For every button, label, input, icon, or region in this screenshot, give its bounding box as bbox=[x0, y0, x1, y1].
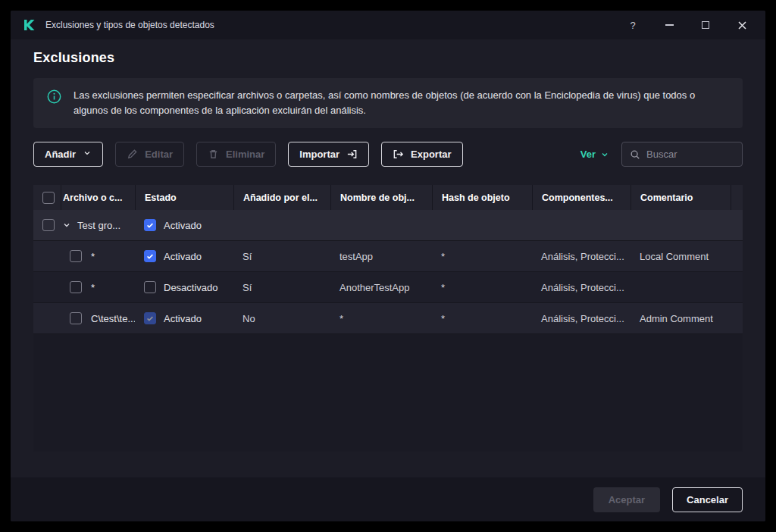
cell-hash: * bbox=[432, 272, 532, 302]
table-header-file: Archivo o c... bbox=[61, 185, 135, 210]
chevron-down-icon bbox=[83, 149, 92, 160]
edit-button-label: Editar bbox=[145, 149, 173, 160]
cell-object-name: AnotherTestApp bbox=[330, 272, 432, 302]
pencil-icon bbox=[127, 149, 138, 160]
select-all-checkbox[interactable] bbox=[42, 192, 55, 204]
table-header-object-name: Nombre de obj... bbox=[330, 185, 432, 210]
search-icon bbox=[630, 149, 640, 160]
footer-bar: Aceptar Cancelar bbox=[11, 477, 765, 521]
add-button-label: Añadir bbox=[45, 149, 76, 160]
page-title: Exclusiones bbox=[33, 50, 743, 66]
info-text: Las exclusiones permiten especificar arc… bbox=[74, 88, 729, 118]
info-icon bbox=[47, 89, 61, 107]
chevron-down-icon bbox=[600, 150, 609, 159]
import-icon bbox=[346, 149, 358, 160]
minimize-icon bbox=[665, 24, 674, 26]
cell-object-name: testApp bbox=[330, 241, 432, 271]
row-status-checkbox[interactable] bbox=[144, 281, 156, 293]
search-box[interactable] bbox=[621, 142, 743, 167]
maximize-button[interactable] bbox=[693, 14, 718, 36]
row-select-checkbox[interactable] bbox=[70, 281, 82, 293]
edit-button[interactable]: Editar bbox=[115, 142, 184, 167]
table-header-comment: Comentario bbox=[630, 185, 731, 210]
trash-icon bbox=[208, 149, 219, 160]
content-area: Exclusiones Las exclusiones permiten esp… bbox=[11, 39, 765, 477]
cell-comment: Admin Comment bbox=[630, 303, 731, 333]
cell-object-name: * bbox=[330, 303, 432, 333]
table-group-row[interactable]: Test gro... Activado bbox=[33, 210, 743, 241]
toolbar: Añadir Editar Eliminar Importar Exportar bbox=[33, 142, 743, 167]
cell-components: Análisis, Protecci... bbox=[532, 272, 630, 302]
help-button[interactable]: ? bbox=[620, 14, 646, 36]
table-header-added-by: Añadido por el... bbox=[233, 185, 330, 210]
view-dropdown[interactable]: Ver bbox=[580, 149, 609, 160]
table-header-select bbox=[33, 185, 61, 210]
row-select-checkbox[interactable] bbox=[42, 219, 55, 231]
close-icon bbox=[738, 21, 746, 30]
cell-status-label: Activado bbox=[164, 313, 202, 324]
maximize-icon bbox=[702, 21, 709, 29]
window-title: Exclusiones y tipos de objetos detectado… bbox=[45, 20, 214, 30]
row-status-checkbox[interactable] bbox=[144, 312, 156, 324]
cancel-button[interactable]: Cancelar bbox=[672, 487, 743, 512]
table-row[interactable]: * Desactivado Sí AnotherTestApp * Anális… bbox=[33, 272, 743, 303]
group-name: Test gro... bbox=[77, 220, 120, 231]
import-button-label: Importar bbox=[299, 149, 340, 160]
view-dropdown-label: Ver bbox=[580, 149, 596, 160]
row-select-checkbox[interactable] bbox=[70, 312, 82, 324]
row-select-checkbox[interactable] bbox=[70, 250, 82, 262]
titlebar: Exclusiones y tipos de objetos detectado… bbox=[11, 11, 765, 39]
cell-added-by: Sí bbox=[233, 241, 330, 271]
delete-button-label: Eliminar bbox=[226, 149, 264, 160]
cell-status-label: Desactivado bbox=[164, 282, 218, 293]
cell-hash: * bbox=[432, 303, 532, 333]
cell-components: Análisis, Protecci... bbox=[532, 241, 630, 271]
cell-file: * bbox=[86, 241, 135, 271]
accept-button[interactable]: Aceptar bbox=[593, 487, 660, 512]
group-expand-chevron-icon[interactable] bbox=[62, 221, 71, 230]
row-status-checkbox[interactable] bbox=[144, 250, 156, 262]
cell-comment: Local Comment bbox=[630, 241, 731, 271]
delete-button[interactable]: Eliminar bbox=[196, 142, 276, 167]
cell-file: * bbox=[86, 272, 135, 302]
table-row[interactable]: * Activado Sí testApp * Análisis, Protec… bbox=[33, 241, 743, 272]
cell-status-label: Activado bbox=[164, 251, 202, 262]
table-header-spacer bbox=[731, 185, 743, 210]
group-status-label: Activado bbox=[164, 220, 202, 231]
window-controls: ? bbox=[620, 14, 755, 36]
cell-hash: * bbox=[432, 241, 532, 271]
minimize-button[interactable] bbox=[656, 14, 682, 36]
export-button-label: Exportar bbox=[411, 149, 451, 160]
add-button[interactable]: Añadir bbox=[33, 142, 103, 167]
import-button[interactable]: Importar bbox=[288, 142, 369, 167]
info-banner: Las exclusiones permiten especificar arc… bbox=[33, 78, 743, 128]
cell-file: C\test\te... bbox=[86, 303, 135, 333]
exclusions-table: Archivo o c... Estado Añadido por el... … bbox=[33, 185, 743, 452]
export-button[interactable]: Exportar bbox=[381, 142, 462, 167]
close-button[interactable] bbox=[729, 14, 755, 36]
table-row[interactable]: C\test\te... Activado No * * Análisis, P… bbox=[33, 303, 743, 334]
app-window: Exclusiones y tipos de objetos detectado… bbox=[11, 11, 765, 521]
cell-components: Análisis, Protecci... bbox=[532, 303, 630, 333]
cell-added-by: Sí bbox=[233, 272, 330, 302]
table-header-row: Archivo o c... Estado Añadido por el... … bbox=[33, 185, 743, 210]
group-status-checkbox[interactable] bbox=[144, 219, 156, 231]
table-header-components: Componentes... bbox=[532, 185, 630, 210]
search-input[interactable] bbox=[646, 149, 734, 160]
table-header-hash: Hash de objeto bbox=[432, 185, 532, 210]
table-header-status: Estado bbox=[135, 185, 233, 210]
cell-comment bbox=[630, 272, 731, 302]
export-icon bbox=[393, 149, 404, 160]
kaspersky-logo-icon bbox=[21, 17, 36, 33]
cell-added-by: No bbox=[233, 303, 330, 333]
